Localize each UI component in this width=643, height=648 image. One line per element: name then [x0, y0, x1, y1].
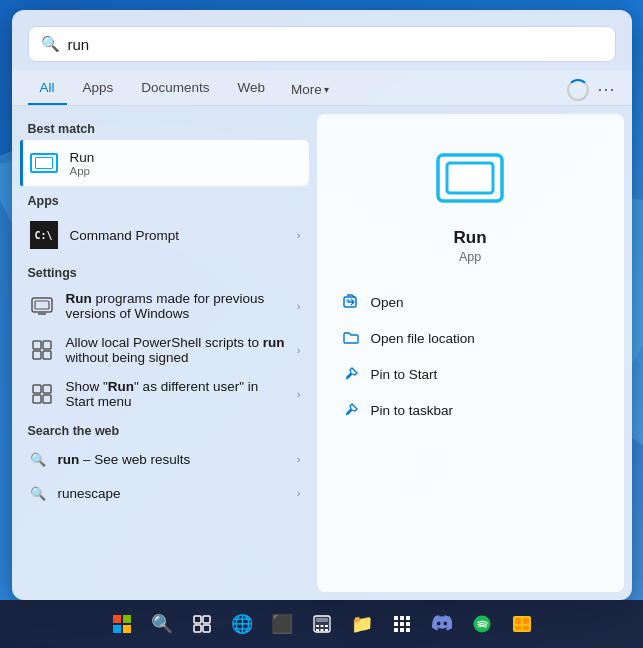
tab-all[interactable]: All	[28, 74, 67, 105]
taskbar-task-view[interactable]	[184, 606, 220, 642]
web-runescape-text: runescape	[58, 484, 287, 502]
best-match-run[interactable]: Run App	[20, 140, 309, 186]
taskbar-yellow-app[interactable]	[504, 606, 540, 642]
app-detail-type: App	[459, 250, 481, 264]
taskbar-search[interactable]: 🔍	[144, 606, 180, 642]
action-open-file-location[interactable]: Open file location	[337, 320, 604, 356]
search-web-icon-1: 🔍	[28, 483, 48, 503]
settings-icon-2	[28, 380, 56, 408]
svg-rect-12	[33, 395, 41, 403]
svg-rect-42	[400, 628, 404, 632]
settings-section-header: Settings	[12, 258, 317, 284]
svg-rect-31	[325, 625, 328, 627]
svg-rect-19	[113, 615, 121, 623]
chevron-down-icon: ▾	[324, 84, 329, 95]
taskbar-discord[interactable]	[424, 606, 460, 642]
svg-rect-49	[523, 626, 529, 630]
run-app-text: Run App	[70, 150, 301, 177]
svg-rect-39	[400, 622, 404, 626]
pin-start-icon	[341, 364, 361, 384]
settings-chevron-0-icon: ›	[297, 300, 301, 312]
svg-rect-11	[43, 385, 51, 393]
more-options-button[interactable]: ···	[597, 79, 615, 100]
open-label: Open	[371, 295, 404, 310]
taskbar-folder[interactable]: 📁	[344, 606, 380, 642]
app-detail-icon	[430, 138, 510, 218]
svg-rect-13	[43, 395, 51, 403]
svg-rect-36	[400, 616, 404, 620]
svg-rect-23	[194, 616, 201, 623]
taskbar-file-explorer[interactable]: ⬛	[264, 606, 300, 642]
web-search-run[interactable]: 🔍 run – See web results ›	[12, 442, 317, 476]
svg-rect-21	[113, 625, 121, 633]
taskbar-edge[interactable]: 🌐	[224, 606, 260, 642]
run-app-type: App	[70, 165, 301, 177]
svg-rect-48	[515, 626, 521, 630]
best-match-header: Best match	[12, 114, 317, 140]
left-panel: Best match Run App Apps C:\ Command Prom…	[12, 106, 317, 600]
svg-rect-33	[320, 629, 323, 631]
svg-rect-46	[515, 618, 521, 624]
apps-section-header: Apps	[12, 186, 317, 212]
svg-rect-30	[320, 625, 323, 627]
settings-text-0: Run programs made for previous versions …	[66, 291, 287, 321]
tab-documents[interactable]: Documents	[129, 74, 221, 105]
svg-rect-10	[33, 385, 41, 393]
cmd-icon-visual: C:\	[30, 221, 58, 249]
search-icon: 🔍	[41, 35, 60, 53]
run-app-icon	[28, 147, 60, 179]
settings-icon-1	[28, 336, 56, 364]
svg-rect-40	[406, 622, 410, 626]
nav-tabs: All Apps Documents Web More ▾ ···	[12, 70, 632, 106]
svg-rect-35	[394, 616, 398, 620]
start-button[interactable]	[104, 606, 140, 642]
command-prompt-item[interactable]: C:\ Command Prompt ›	[12, 212, 317, 258]
web-run-query: run – See web results	[58, 452, 191, 467]
settings-name-0: Run programs made for previous versions …	[66, 291, 287, 321]
start-menu: 🔍 All Apps Documents Web More ▾ ··· Best…	[12, 10, 632, 600]
taskbar-app-grid[interactable]	[384, 606, 420, 642]
svg-rect-15	[447, 163, 493, 193]
settings-text-2: Show "Run" as different user" in Start m…	[66, 379, 287, 409]
action-open[interactable]: Open	[337, 284, 604, 320]
svg-rect-29	[316, 625, 319, 627]
svg-rect-20	[123, 615, 131, 623]
svg-rect-7	[43, 341, 51, 349]
right-panel: Run App Open	[317, 114, 624, 592]
action-pin-taskbar[interactable]: Pin to taskbar	[337, 392, 604, 428]
svg-rect-34	[325, 629, 328, 631]
settings-chevron-1-icon: ›	[297, 344, 301, 356]
svg-rect-8	[33, 351, 41, 359]
settings-item-1[interactable]: Allow local PowerShell scripts to run wi…	[12, 328, 317, 372]
action-pin-start[interactable]: Pin to Start	[337, 356, 604, 392]
settings-item-0[interactable]: Run programs made for previous versions …	[12, 284, 317, 328]
taskbar: 🔍 🌐 ⬛ 📁	[0, 600, 643, 648]
tab-more[interactable]: More ▾	[283, 78, 337, 101]
taskbar-calculator[interactable]	[304, 606, 340, 642]
settings-item-2[interactable]: Show "Run" as different user" in Start m…	[12, 372, 317, 416]
run-app-name: Run	[70, 150, 301, 165]
tab-apps[interactable]: Apps	[71, 74, 126, 105]
folder-icon	[341, 328, 361, 348]
svg-rect-28	[316, 618, 328, 622]
svg-rect-32	[316, 629, 319, 631]
cmd-chevron-icon: ›	[297, 229, 301, 241]
loading-spinner	[567, 79, 589, 101]
svg-rect-24	[203, 616, 210, 623]
taskbar-spotify[interactable]	[464, 606, 500, 642]
tab-web[interactable]: Web	[226, 74, 278, 105]
cmd-name: Command Prompt	[70, 228, 287, 243]
svg-rect-22	[123, 625, 131, 633]
web-run-text: run – See web results	[58, 450, 287, 468]
web-runescape-chevron-icon: ›	[297, 487, 301, 499]
settings-chevron-2-icon: ›	[297, 388, 301, 400]
pin-start-label: Pin to Start	[371, 367, 438, 382]
web-search-runescape[interactable]: 🔍 runescape ›	[12, 476, 317, 510]
cmd-icon: C:\	[28, 219, 60, 251]
svg-rect-9	[43, 351, 51, 359]
cmd-text: Command Prompt	[70, 228, 287, 243]
content-area: Best match Run App Apps C:\ Command Prom…	[12, 106, 632, 600]
svg-rect-47	[523, 618, 529, 624]
search-input[interactable]	[68, 36, 603, 53]
svg-rect-37	[406, 616, 410, 620]
